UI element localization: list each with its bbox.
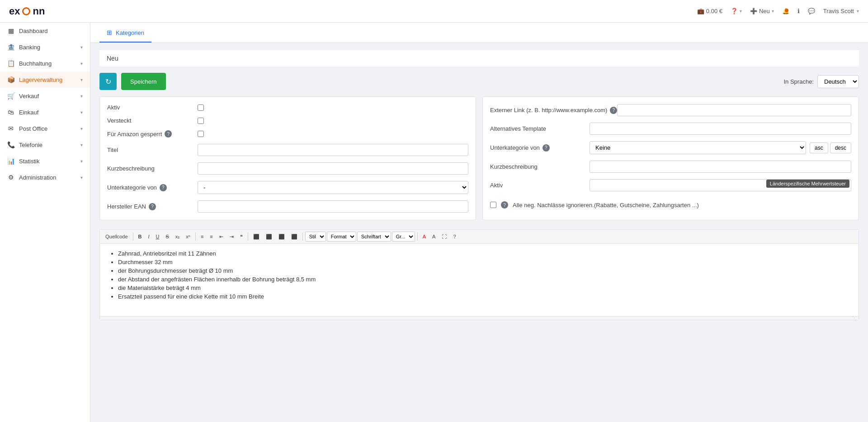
editor-format-select[interactable]: Format [327, 232, 356, 242]
sidebar-item-telefonie[interactable]: 📞 Telefonie ▾ [0, 137, 90, 153]
sidebar-item-banking[interactable]: 🏦 Banking ▾ [0, 39, 90, 55]
amazon-checkbox[interactable] [198, 131, 204, 137]
new-item[interactable]: ➕ Neu ▾ [750, 8, 774, 14]
sidebar-label-telefonie: Telefonie [19, 142, 42, 148]
desc-button[interactable]: desc [830, 142, 851, 153]
sidebar-item-buchhaltung[interactable]: 📋 Buchhaltung ▾ [0, 55, 90, 71]
statistik-chevron: ▾ [80, 159, 83, 164]
editor-btn-italic[interactable]: I [146, 232, 152, 242]
form-row-amazon: Für Amazon gesperrt ? [107, 130, 468, 138]
editor-btn-ol[interactable]: ≡ [207, 232, 215, 242]
sidebar-label-einkauf: Einkauf [19, 109, 38, 116]
unterkategorie-help-icon[interactable]: ? [160, 184, 167, 191]
sidebar-item-einkauf[interactable]: 🛍 Einkauf ▾ [0, 104, 90, 120]
kurzbeschreibung-input-left[interactable] [198, 162, 468, 175]
amazon-help-icon[interactable]: ? [165, 130, 172, 138]
wallet-icon: 💼 [697, 8, 704, 14]
editor-list-item-2: Durchmesser 32 mm [118, 259, 849, 266]
hersteller-ean-input[interactable] [198, 200, 468, 213]
sidebar-item-post-office[interactable]: ✉ Post Office ▾ [0, 120, 90, 137]
user-menu[interactable]: Travis Scott ▾ [823, 8, 859, 14]
aktiv-checkbox[interactable] [198, 104, 204, 111]
editor-btn-font-color[interactable]: A [420, 232, 429, 242]
editor-list-item-6: Ersatzteil passend für eine dicke Kette … [118, 293, 849, 300]
titel-input[interactable] [198, 144, 468, 156]
editor-btn-underline[interactable]: U [153, 232, 162, 242]
externer-link-label: Externer Link (z. B. http://www.example.… [490, 107, 617, 114]
info-icon: ℹ [797, 8, 800, 14]
tab-kategorien[interactable]: ⊞ Kategorien [99, 23, 151, 43]
post-office-icon: ✉ [7, 125, 14, 132]
ignore-help-icon[interactable]: ? [501, 201, 508, 209]
sidebar-item-verkauf[interactable]: 🛒 Verkauf ▾ [0, 88, 90, 104]
sidebar: ▦ Dashboard 🏦 Banking ▾ 📋 Buchhaltung ▾ … [0, 23, 90, 422]
banking-chevron: ▾ [80, 45, 83, 50]
chat-item[interactable]: 💬 [808, 8, 815, 14]
editor-btn-indent[interactable]: ⇥ [227, 232, 236, 242]
editor-btn-bold[interactable]: B [136, 232, 145, 242]
toolbar-sep-4 [302, 232, 303, 241]
aktiv-right-label: Aktiv [490, 182, 590, 189]
versteckt-label: Versteckt [107, 117, 198, 124]
editor-btn-align-center[interactable]: ⬛ [263, 232, 275, 242]
kurzbeschreibung-input-right[interactable] [590, 161, 851, 173]
sidebar-item-administration[interactable]: ⚙ Administration ▾ [0, 169, 90, 185]
editor-size-select[interactable]: Gr... [392, 232, 415, 242]
editor-btn-outdent[interactable]: ⇤ [217, 232, 226, 242]
editor-btn-ul[interactable]: ≡ [198, 232, 206, 242]
editor-btn-align-justify[interactable]: ⬛ [288, 232, 300, 242]
editor-style-select[interactable]: Stil [305, 232, 326, 242]
language-select[interactable]: Deutsch English Français [817, 75, 859, 88]
sidebar-label-administration: Administration [19, 174, 56, 181]
ignore-checkbox[interactable] [490, 202, 496, 208]
sidebar-label-post-office: Post Office [19, 125, 47, 132]
help-item[interactable]: ❓ ▾ [731, 8, 742, 14]
unterkategorie-select[interactable]: - [198, 181, 468, 194]
editor-btn-help[interactable]: ? [450, 232, 458, 242]
editor-list: Zahnrad, Antriebsritzel mit 11 Zähnen Du… [109, 250, 849, 300]
unterkategorie-von-select[interactable]: Keine [590, 141, 806, 154]
notification-item[interactable]: 🔔 [782, 8, 789, 14]
tab-grid-icon: ⊞ [107, 29, 112, 36]
sidebar-item-lagerverwaltung[interactable]: 📦 Lagerverwaltung ▾ [0, 71, 90, 88]
editor-btn-fullscreen[interactable]: ⛶ [439, 232, 449, 242]
balance-item[interactable]: 💼 0.00 € [697, 8, 722, 14]
editor-font-select[interactable]: Schriftart [357, 232, 391, 242]
versteckt-checkbox[interactable] [198, 118, 204, 124]
save-button[interactable]: Speichern [121, 73, 166, 90]
sidebar-item-dashboard[interactable]: ▦ Dashboard [0, 23, 90, 39]
editor-btn-source[interactable]: Quellcode [103, 232, 131, 242]
sidebar-item-statistik[interactable]: 📊 Statistik ▾ [0, 153, 90, 169]
editor-btn-superscript[interactable]: xⁿ [183, 232, 193, 242]
editor-btn-blockquote[interactable]: ❝ [237, 232, 245, 242]
toolbar: ↻ Speichern In Sprache: Deutsch English … [99, 73, 859, 90]
alternatives-template-input[interactable] [590, 123, 851, 135]
asc-button[interactable]: asc [810, 142, 828, 153]
right-row-unterkategorie-von: Unterkategorie von ? Keine asc desc [490, 141, 851, 154]
editor-btn-align-right[interactable]: ⬛ [276, 232, 288, 242]
editor-btn-bg-color[interactable]: A [429, 232, 438, 242]
refresh-button[interactable]: ↻ [99, 73, 117, 90]
hersteller-ean-help-icon[interactable]: ? [149, 203, 156, 210]
editor-resize-handle[interactable]: ⋱ [100, 316, 859, 320]
editor-btn-subscript[interactable]: x₂ [173, 232, 183, 242]
unterkategorie-von-label: Unterkategorie von ? [490, 144, 590, 152]
info-item[interactable]: ℹ [797, 8, 800, 14]
kurzbeschreibung-label-right: Kurzbeschreibung [490, 163, 590, 170]
unterkategorie-von-help-icon[interactable]: ? [542, 144, 550, 152]
topnav-right: 💼 0.00 € ❓ ▾ ➕ Neu ▾ 🔔 ℹ 💬 Travis Scott … [697, 8, 859, 14]
lagerverwaltung-chevron: ▾ [80, 77, 83, 82]
editor-content[interactable]: Zahnrad, Antriebsritzel mit 11 Zähnen Du… [100, 244, 859, 316]
lagerverwaltung-icon: 📦 [7, 76, 14, 83]
main-content: ⊞ Kategorien Neu ↻ Speichern In Sprache:… [90, 23, 868, 422]
right-row-aktiv: Aktiv Länderspezifische Mehrwertsteuer [490, 179, 851, 191]
editor-btn-strikethrough[interactable]: S [163, 232, 172, 242]
lang-label: In Sprache: [784, 78, 814, 85]
externer-link-input[interactable] [617, 104, 851, 116]
logo: exnn [9, 5, 45, 17]
form-row-aktiv: Aktiv [107, 104, 468, 111]
externer-link-help-icon[interactable]: ? [610, 107, 617, 114]
editor-list-item-3: der Bohrungsdurchmesser beträgt Ø 10 mm [118, 267, 849, 274]
editor-btn-align-left[interactable]: ⬛ [250, 232, 262, 242]
statistik-icon: 📊 [7, 157, 14, 165]
